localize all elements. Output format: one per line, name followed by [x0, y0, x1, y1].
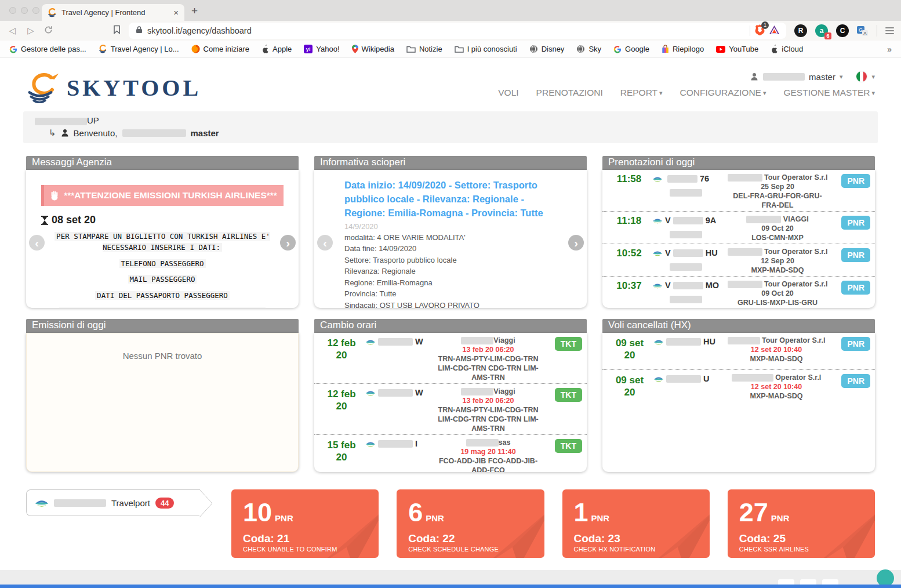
bookmark-apple[interactable]: Apple: [261, 45, 292, 53]
redacted-text: [670, 296, 702, 303]
extension-r-icon[interactable]: R: [794, 24, 807, 37]
paper-plane-icon: [631, 509, 710, 558]
bookmark-notizie[interactable]: Notizie: [406, 45, 442, 53]
bookmark-come-iniziare[interactable]: Come iniziare: [191, 45, 249, 53]
bookmark-google-maps[interactable]: Wikipedia: [352, 45, 394, 53]
tkt-button[interactable]: TKT: [555, 337, 582, 351]
bookmark-youtube[interactable]: YouTube: [716, 45, 758, 53]
user-name-suffix: master: [190, 128, 219, 138]
tab-close-icon[interactable]: ×: [173, 8, 179, 17]
nav-report[interactable]: REPORT▾: [620, 88, 663, 98]
queue-card-21[interactable]: 10PNR Coda: 21 CHECK UNABLE TO CONFIRM: [231, 489, 379, 558]
travelport-tab[interactable]: Travelport 44: [26, 489, 200, 516]
schedule-change-row: 15 feb 20 I sas 19 mag 20 11:40 FCO-ADD-…: [314, 435, 587, 472]
strike-detail: modalità: 4 ORE VARIE MODALITA': [344, 232, 557, 244]
bookmark-sky[interactable]: Sky: [576, 45, 601, 53]
pnr-button[interactable]: PNR: [841, 174, 870, 188]
yahoo-icon: y!: [304, 45, 313, 53]
redacted-text: [378, 440, 413, 448]
bookmark-yahoo[interactable]: y! Yahoo!: [304, 45, 339, 53]
browser-tab-bar: Travel Agency | Frontend × +: [0, 0, 901, 21]
user-icon: [750, 72, 759, 81]
carousel-next-icon[interactable]: ›: [280, 235, 296, 251]
tab-arrow-shape: [199, 489, 213, 517]
app-header: SKYTOOL master ▾ ▾ VOLI PRENOTAZIONI REP…: [0, 58, 901, 109]
bookmark-google[interactable]: Google: [613, 45, 649, 53]
divider: [877, 25, 877, 37]
chevron-down-icon: ▾: [840, 73, 843, 81]
booking-row: 11:18 V9A VIAGGI 09 Oct 20 LOS-CMN-MXP P…: [602, 212, 875, 244]
svg-text:A: A: [863, 31, 867, 36]
forward-button[interactable]: ▷: [26, 26, 36, 36]
chevron-down-icon: ▾: [871, 89, 875, 97]
cancel-date: 09 set 20: [606, 373, 653, 399]
booking-row: 10:37 VMO Tour Operator S.r.l 09 Oct 20 …: [602, 277, 875, 308]
url-text[interactable]: skytool.it/agency/dashboard: [147, 26, 745, 35]
pnr-button[interactable]: PNR: [841, 281, 870, 295]
pnr-button[interactable]: PNR: [841, 216, 870, 230]
bat-rewards-icon[interactable]: [769, 26, 779, 37]
message-date: 08 set 20: [41, 214, 299, 226]
strike-detail: Regione: Emilia-Romagna: [344, 277, 557, 289]
translate-icon[interactable]: GA: [857, 25, 869, 37]
nav-prenotazioni[interactable]: PRENOTAZIONI: [536, 88, 603, 98]
folder-icon: [455, 45, 464, 53]
queue-card-22[interactable]: 6PNR Coda: 22 CHECK SCHEDULE CHANGE: [397, 489, 544, 558]
nav-voli[interactable]: VOLI: [498, 88, 518, 98]
user-menu[interactable]: master ▾ ▾: [750, 71, 875, 82]
pnr-button[interactable]: PNR: [841, 248, 870, 262]
pnr-button[interactable]: PNR: [841, 374, 870, 388]
panel-emissioni-oggi: Emissioni di oggi Nessun PNR trovato: [26, 319, 299, 472]
reload-button[interactable]: [44, 26, 53, 37]
queue-count: 27: [739, 499, 768, 525]
redacted-text: [35, 118, 87, 125]
strike-link[interactable]: Data inizio: 14/09/2020 - Settore: Trasp…: [344, 179, 557, 220]
new-tab-button[interactable]: +: [191, 5, 198, 17]
queue-card-23[interactable]: 1PNR Coda: 23 CHECK HX NOTIFICATION: [562, 489, 710, 558]
travelport-icon: [653, 376, 664, 382]
menu-icon[interactable]: [885, 27, 894, 34]
pnr-code: V9A: [652, 215, 725, 225]
close-window-button[interactable]: [9, 7, 16, 14]
bookmark-gestore[interactable]: Gestore delle pas...: [9, 45, 86, 53]
back-button[interactable]: ◁: [7, 26, 17, 36]
bookmarks-overflow-icon[interactable]: »: [887, 45, 892, 54]
pnr-code: VHU: [652, 247, 725, 257]
bookmark-sidebar-icon[interactable]: [113, 25, 121, 37]
bookmark-riepilogo[interactable]: Riepilogo: [662, 45, 704, 53]
divider: [750, 26, 750, 36]
window-controls[interactable]: [9, 7, 39, 14]
maximize-window-button[interactable]: [32, 7, 39, 14]
bookmark-icloud[interactable]: iCloud: [771, 45, 803, 53]
queue-card-25[interactable]: 27PNR Coda: 25 CHECK SSR AIRLINES: [728, 489, 875, 558]
carousel-prev-icon[interactable]: ‹: [317, 235, 333, 251]
travelport-icon: [652, 217, 663, 224]
bookmark-travel-agency[interactable]: Travel Agency | Lo...: [99, 45, 179, 53]
redacted-text: [673, 282, 703, 289]
bookmark-piu-conosciuti[interactable]: I più conosciuti: [455, 45, 517, 53]
carousel-prev-icon[interactable]: ‹: [29, 235, 45, 251]
nav-configurazione[interactable]: CONFIGURAZIONE▾: [680, 88, 766, 98]
panel-informativa-scioperi: Informativa scioperi Data inizio: 14/09/…: [314, 156, 587, 308]
redacted-text: [378, 338, 413, 346]
agency-suffix: UP: [87, 115, 99, 125]
skytool-favicon-icon: [48, 8, 57, 17]
extension-c-icon[interactable]: C: [836, 24, 849, 37]
language-flag-italy[interactable]: [856, 71, 867, 82]
logo-text: SKYTOOL: [67, 74, 201, 101]
travelport-icon: [365, 339, 376, 345]
extension-a-icon[interactable]: a 6: [815, 24, 828, 37]
browser-tab[interactable]: Travel Agency | Frontend ×: [42, 4, 184, 21]
pnr-button[interactable]: PNR: [841, 337, 870, 351]
bookmark-disney[interactable]: Disney: [529, 45, 565, 53]
nav-gestione-master[interactable]: GESTIONE MASTER▾: [783, 88, 875, 98]
skytool-logo[interactable]: SKYTOOL: [26, 66, 201, 109]
brave-shield-icon[interactable]: 1: [755, 24, 765, 38]
tkt-button[interactable]: TKT: [555, 439, 582, 453]
url-bar[interactable]: skytool.it/agency/dashboard 1: [129, 23, 786, 39]
carousel-next-icon[interactable]: ›: [568, 235, 584, 251]
tkt-button[interactable]: TKT: [555, 388, 582, 402]
message-line: DATI DEL PASSAPORTO PASSEGGERO: [47, 291, 278, 302]
welcome-bar: UP ↳ Benvenuto, master: [23, 111, 878, 143]
minimize-window-button[interactable]: [21, 7, 28, 14]
